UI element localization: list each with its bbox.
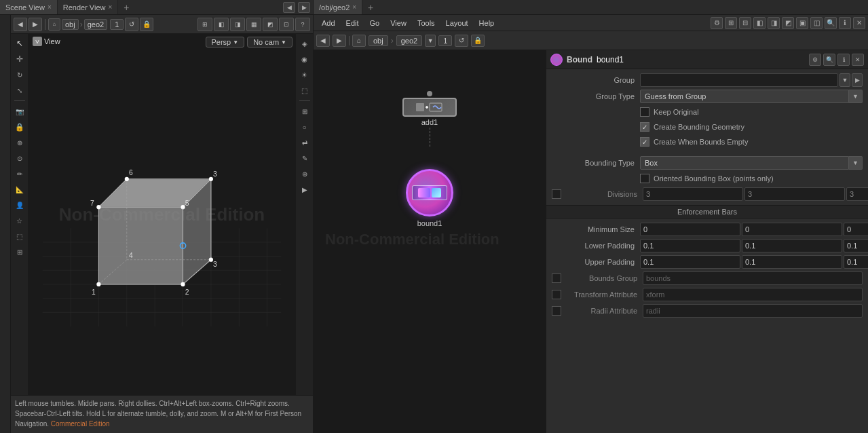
camera-tool[interactable]: 📷	[13, 105, 26, 118]
lower-padding-v1[interactable]	[640, 239, 740, 252]
lock-btn-left[interactable]: 🔒	[140, 18, 153, 31]
rotate-tool[interactable]: ↻	[13, 68, 26, 81]
path-geo-right[interactable]: geo2	[396, 35, 422, 46]
tab-geo2[interactable]: /obj/geo2 ×	[314, 0, 362, 14]
lock-icon[interactable]: 🔒	[13, 120, 26, 134]
bounds-group-input[interactable]	[643, 271, 863, 285]
keep-original-check[interactable]	[640, 107, 649, 117]
reload-btn-left[interactable]: ↺	[125, 18, 138, 31]
anim-icon[interactable]: ▶	[298, 183, 312, 196]
menu-add[interactable]: Add	[316, 15, 341, 31]
group-arrow-btn[interactable]: ▶	[852, 73, 863, 87]
radii-attr-checkbox[interactable]	[552, 306, 561, 316]
upper-padding-v1[interactable]	[640, 255, 740, 269]
menu-tools[interactable]: Tools	[412, 15, 440, 31]
render-region-tool[interactable]: ⬚	[13, 229, 26, 243]
move-tool[interactable]: ✛	[13, 52, 26, 66]
tb-question[interactable]: ?	[295, 18, 310, 31]
path-index-left[interactable]: 1	[110, 19, 124, 30]
toolbar-btn-c[interactable]: ◧	[753, 17, 766, 29]
create-when-check[interactable]: ✓	[640, 137, 649, 147]
toolbar-btn-b[interactable]: ⊟	[739, 17, 751, 29]
tab-scene-view[interactable]: Scene View ×	[0, 0, 58, 14]
min-size-v2[interactable]	[742, 223, 842, 236]
toolbar-btn-h[interactable]: 🔍	[825, 17, 837, 29]
select-tool[interactable]: ↖	[13, 37, 26, 50]
grid-icon[interactable]: ⊞	[298, 105, 312, 118]
toolbar-btn-g[interactable]: ◫	[810, 17, 823, 29]
menu-view[interactable]: View	[385, 15, 412, 31]
nav-forward[interactable]: ▶	[29, 18, 42, 31]
transform-attr-checkbox[interactable]	[552, 290, 561, 299]
tb-btn-6[interactable]: ⊡	[279, 18, 294, 31]
left-panel-collapse[interactable]: ◀	[283, 2, 295, 13]
viewport-3d[interactable]: ↖ ✛ ↻ ⤡ 📷 🔒 ⊕ ⊙ ✏ 📐 👤 ☆ ⬚ ⊞	[11, 34, 313, 395]
path-lock-right[interactable]: 🔒	[471, 35, 485, 47]
nav-back[interactable]: ◀	[14, 18, 27, 31]
node-network[interactable]: Non-Commercial Edition	[314, 50, 546, 433]
move3d-icon[interactable]: ⇄	[298, 136, 312, 149]
group-value[interactable]: ▼ ▶	[640, 73, 863, 87]
tb-btn-2[interactable]: ◧	[214, 18, 229, 31]
xray-icon[interactable]: ○	[298, 120, 312, 134]
edit3d-icon[interactable]: ✎	[298, 151, 312, 165]
menu-edit[interactable]: Edit	[341, 15, 364, 31]
group-dropdown-btn[interactable]: ▼	[839, 73, 850, 87]
tb-btn-1[interactable]: ⊞	[197, 18, 212, 31]
light-icon[interactable]: ☀	[298, 68, 312, 81]
group-type-dropdown[interactable]: Guess from Group	[640, 90, 849, 103]
pose-tool[interactable]: 👤	[13, 198, 26, 212]
paint-tool[interactable]: ✏	[13, 167, 26, 181]
lower-padding-v2[interactable]	[742, 239, 842, 252]
tb-btn-5[interactable]: ◩	[263, 18, 278, 31]
nav-back-right[interactable]: ◀	[316, 35, 330, 47]
tab-add-left[interactable]: +	[118, 2, 134, 13]
scale-tool[interactable]: ⤡	[13, 83, 26, 97]
toolbar-btn-e[interactable]: ◩	[782, 17, 794, 29]
cam-dropdown[interactable]: No cam ▼	[247, 37, 293, 48]
path-index-right[interactable]: 1	[438, 35, 452, 46]
radii-attr-input[interactable]	[643, 304, 863, 318]
persp-dropdown[interactable]: Persp ▼	[206, 37, 245, 48]
group-type-arrow[interactable]: ▼	[849, 90, 863, 103]
path-refresh-right[interactable]: ↺	[455, 35, 468, 47]
toolbar-search[interactable]: ⚙	[711, 17, 723, 29]
props-gear-btn[interactable]: ⚙	[809, 54, 821, 66]
tab-add-right[interactable]: +	[362, 2, 379, 13]
bounding-type-dropdown[interactable]: Box	[640, 156, 849, 170]
node-bound1[interactable]: bound1	[406, 169, 453, 227]
props-search-btn[interactable]: 🔍	[823, 54, 835, 66]
group-input[interactable]	[640, 73, 838, 87]
path-obj-left[interactable]: ⌂ obj › geo2	[48, 18, 107, 31]
tab-scene-view-close[interactable]: ×	[48, 3, 52, 11]
min-size-v1[interactable]	[640, 223, 740, 236]
divisions-values[interactable]	[643, 187, 868, 201]
tab-render-view[interactable]: Render View ×	[58, 0, 119, 14]
group-type-value[interactable]: Guess from Group ▼	[640, 90, 863, 103]
left-panel-expand[interactable]: ▶	[298, 2, 310, 13]
divisions-v3[interactable]	[846, 187, 868, 201]
nav-forward-right[interactable]: ▶	[333, 35, 346, 47]
divisions-v2[interactable]	[744, 187, 845, 201]
upper-padding-values[interactable]	[640, 255, 868, 269]
create-bounding-check[interactable]: ✓	[640, 122, 649, 132]
lower-padding-v3[interactable]	[844, 239, 868, 252]
divisions-v1[interactable]	[643, 187, 743, 201]
transform-attr-input[interactable]	[643, 288, 863, 301]
props-close-btn[interactable]: ✕	[852, 54, 864, 66]
bg-icon[interactable]: ⬚	[298, 83, 312, 97]
tb-btn-3[interactable]: ◨	[230, 18, 245, 31]
minimum-size-values[interactable]	[640, 223, 868, 236]
snap-tool[interactable]: ⊕	[13, 136, 26, 149]
menu-go[interactable]: Go	[364, 15, 385, 31]
menu-layout[interactable]: Layout	[440, 15, 474, 31]
divisions-checkbox[interactable]	[552, 189, 561, 199]
props-info-btn[interactable]: ℹ	[837, 54, 850, 66]
tab-geo2-close[interactable]: ×	[352, 3, 356, 11]
bounding-type-value[interactable]: Box ▼	[640, 156, 863, 170]
bounding-type-arrow[interactable]: ▼	[849, 156, 863, 170]
node-add1[interactable]: add1	[402, 91, 457, 147]
path-home-right[interactable]: ⌂	[352, 35, 366, 47]
composite-tool[interactable]: ⊞	[13, 245, 26, 259]
align-tool[interactable]: ⊙	[13, 151, 26, 165]
